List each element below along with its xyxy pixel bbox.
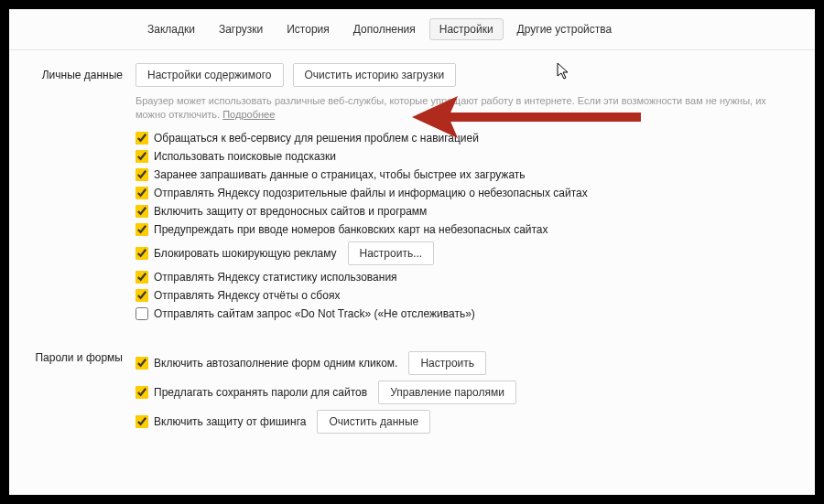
label-usage-stats[interactable]: Отправлять Яндексу статистику использова… (154, 271, 397, 284)
checkbox-nav-error-help[interactable] (136, 132, 148, 145)
hint-text: Браузер может использовать различные веб… (136, 94, 793, 123)
tab-settings[interactable]: Настройки (429, 18, 504, 40)
opt-phishing-protect: Включить защиту от фишинга Очистить данн… (136, 410, 793, 434)
tab-addons[interactable]: Дополнения (343, 18, 426, 40)
configure-shock-ads-button[interactable]: Настроить... (348, 241, 435, 265)
checkbox-prefetch[interactable] (136, 168, 148, 181)
checkbox-usage-stats[interactable] (136, 271, 148, 284)
label-prefetch[interactable]: Заранее запрашивать данные о страницах, … (154, 168, 526, 181)
configure-autofill-button[interactable]: Настроить (408, 351, 486, 375)
opt-search-suggest: Использовать поисковые подсказки (136, 150, 793, 163)
tab-bookmarks[interactable]: Закладки (137, 18, 205, 40)
checkbox-phishing-protect[interactable] (136, 415, 148, 428)
section-personal-data: Личные данные Настройки содержимого Очис… (9, 50, 815, 326)
label-phishing-protect[interactable]: Включить защиту от фишинга (154, 415, 306, 428)
opt-send-suspicious: Отправлять Яндексу подозрительные файлы … (136, 187, 793, 199)
label-do-not-track[interactable]: Отправлять сайтам запрос «Do Not Track» … (154, 307, 475, 320)
checkbox-search-suggest[interactable] (136, 150, 148, 163)
label-send-suspicious[interactable]: Отправлять Яндексу подозрительные файлы … (154, 187, 588, 199)
opt-prefetch: Заранее запрашивать данные о страницах, … (136, 168, 793, 181)
label-autofill[interactable]: Включить автозаполнение форм одним клико… (154, 357, 397, 370)
label-save-passwords[interactable]: Предлагать сохранять пароли для сайтов (154, 386, 367, 399)
tab-downloads[interactable]: Загрузки (209, 18, 273, 40)
opt-usage-stats: Отправлять Яндексу статистику использова… (136, 271, 793, 284)
label-search-suggest[interactable]: Использовать поисковые подсказки (154, 150, 336, 163)
checkbox-block-shock-ads[interactable] (136, 247, 148, 260)
hint-more-link[interactable]: Подробнее (222, 109, 275, 120)
checkbox-malware-protect[interactable] (136, 205, 148, 218)
checkbox-card-warn[interactable] (136, 223, 148, 236)
checkbox-crash-reports[interactable] (136, 289, 148, 302)
manage-passwords-button[interactable]: Управление паролями (378, 381, 516, 404)
tab-history[interactable]: История (276, 18, 340, 40)
opt-do-not-track: Отправлять сайтам запрос «Do Not Track» … (136, 307, 793, 320)
label-nav-error-help[interactable]: Обращаться к веб-сервису для решения про… (154, 132, 479, 145)
content-settings-button[interactable]: Настройки содержимого (136, 63, 284, 87)
label-malware-protect[interactable]: Включить защиту от вредоносных сайтов и … (154, 205, 427, 218)
label-block-shock-ads[interactable]: Блокировать шокирующую рекламу (154, 247, 337, 260)
checkbox-autofill[interactable] (136, 357, 148, 370)
clear-download-history-button[interactable]: Очистить историю загрузки (293, 63, 457, 87)
opt-nav-error-help: Обращаться к веб-сервису для решения про… (136, 132, 793, 145)
opt-autofill: Включить автозаполнение форм одним клико… (136, 351, 793, 375)
clear-data-button[interactable]: Очистить данные (317, 410, 430, 434)
section-passwords-forms: Пароли и формы Включить автозаполнение ф… (9, 326, 815, 439)
tab-devices[interactable]: Другие устройства (507, 18, 623, 40)
opt-crash-reports: Отправлять Яндексу отчёты о сбоях (136, 289, 793, 302)
label-card-warn[interactable]: Предупреждать при вводе номеров банковск… (154, 223, 548, 236)
opt-block-shock-ads: Блокировать шокирующую рекламу Настроить… (136, 241, 793, 265)
section-title-passwords: Пароли и формы (9, 346, 136, 439)
checkbox-send-suspicious[interactable] (136, 187, 148, 199)
top-nav: Закладки Загрузки История Дополнения Нас… (9, 9, 815, 50)
checkbox-do-not-track[interactable] (136, 307, 148, 320)
checkbox-save-passwords[interactable] (136, 386, 148, 399)
opt-malware-protect: Включить защиту от вредоносных сайтов и … (136, 205, 793, 218)
label-crash-reports[interactable]: Отправлять Яндексу отчёты о сбоях (154, 289, 340, 302)
opt-save-passwords: Предлагать сохранять пароли для сайтов У… (136, 381, 793, 404)
section-title-personal: Личные данные (9, 63, 136, 326)
opt-card-warn: Предупреждать при вводе номеров банковск… (136, 223, 793, 236)
